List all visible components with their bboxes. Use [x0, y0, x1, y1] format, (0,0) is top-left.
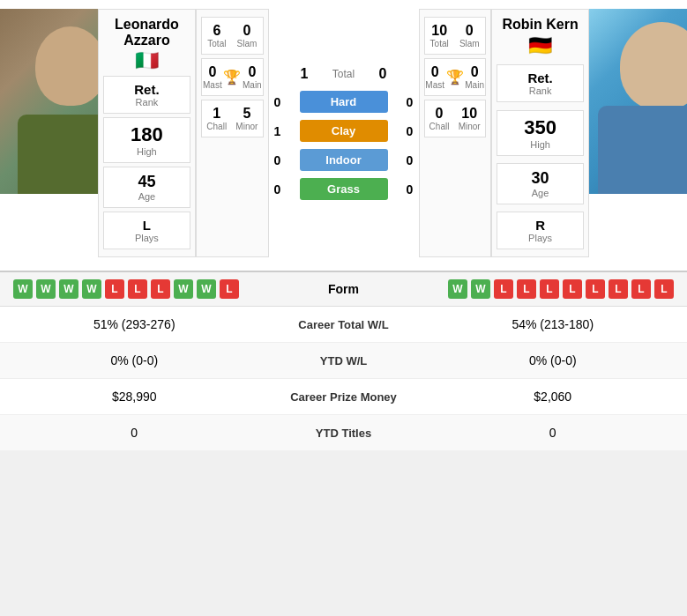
right-minor-val: 10 — [459, 106, 481, 122]
right-titles-panel: 10 Total 0 Slam 0 Mast 🏆 0 Main — [419, 9, 491, 257]
form-badge-l: L — [128, 279, 147, 299]
left-plays-label: Plays — [109, 233, 185, 243]
right-age-box: 30 Age — [497, 163, 585, 204]
left-chall-row: 1 Chall 5 Minor — [201, 100, 263, 137]
hard-left: 0 — [269, 95, 287, 109]
right-slam-label: Slam — [459, 39, 480, 48]
ytd-wl-label: YTD W/L — [256, 354, 432, 367]
left-chall-val: 1 — [206, 106, 227, 122]
left-high-box: 180 High — [103, 117, 191, 163]
left-rank-box: Ret. Rank — [103, 76, 191, 114]
top-section: Leonardo Azzaro 🇮🇹 Ret. Rank 180 High 45… — [0, 0, 687, 266]
form-badge-w: W — [448, 279, 467, 299]
left-stats-panel: Leonardo Azzaro 🇮🇹 Ret. Rank 180 High 45… — [98, 9, 197, 257]
total-right: 0 — [379, 66, 387, 82]
career-wl-label: Career Total W/L — [256, 318, 432, 331]
right-total-val: 10 — [430, 23, 449, 39]
form-badge-w: W — [82, 279, 101, 299]
left-age-box: 45 Age — [103, 167, 191, 208]
right-plays-label: Plays — [503, 233, 579, 243]
titles-label: YTD Titles — [256, 427, 432, 440]
form-badge-l: L — [540, 279, 559, 299]
left-slam-label: Slam — [237, 39, 258, 48]
form-badge-l: L — [494, 279, 513, 299]
left-main-val: 0 — [243, 64, 262, 80]
left-prize: $28,990 — [13, 390, 256, 404]
indoor-right: 0 — [401, 153, 419, 167]
ytd-wl-row: 0% (0-0) YTD W/L 0% (0-0) — [0, 343, 687, 379]
right-main-val: 0 — [465, 64, 484, 80]
right-high-label: High — [503, 139, 579, 150]
form-label: Form — [287, 282, 401, 296]
right-prize: $2,060 — [432, 390, 675, 404]
form-badge-l: L — [151, 279, 170, 299]
left-chall-label: Chall — [206, 122, 227, 131]
grass-right: 0 — [401, 182, 419, 197]
clay-right: 0 — [401, 124, 419, 138]
left-minor-val: 5 — [235, 106, 258, 122]
grass-score-row: 0 Grass 0 — [269, 178, 419, 200]
left-mast-val: 0 — [203, 64, 222, 80]
total-left: 1 — [301, 66, 309, 82]
indoor-score-row: 0 Indoor 0 — [269, 149, 419, 171]
main-container: Leonardo Azzaro 🇮🇹 Ret. Rank 180 High 45… — [0, 0, 687, 450]
stats-table: 51% (293-276) Career Total W/L 54% (213-… — [0, 307, 687, 450]
left-trophy-icon: 🏆 — [223, 69, 241, 85]
right-stats-panel: Robin Kern 🇩🇪 Ret. Rank 350 High 30 Age … — [491, 9, 590, 257]
right-player-name: Robin Kern — [497, 17, 585, 33]
form-badge-w: W — [174, 279, 193, 299]
form-badge-w: W — [36, 279, 56, 299]
left-high-val: 180 — [109, 123, 185, 146]
bottom-section: WWWWLLLWWL Form WWLLLLLLLL 51% (293-276)… — [0, 271, 687, 450]
grass-left: 0 — [269, 182, 287, 197]
right-career-wl: 54% (213-180) — [432, 317, 675, 331]
center-scores: 1 Total 0 0 Hard 0 1 Clay 0 0 Indoor 0 — [269, 9, 419, 257]
left-plays-val: L — [109, 218, 185, 233]
left-player-name: Leonardo Azzaro — [103, 17, 191, 48]
left-titles-panel: 6 Total 0 Slam 0 Mast 🏆 0 Main — [196, 9, 268, 257]
right-ytd-titles: 0 — [432, 426, 675, 440]
form-badge-l: L — [631, 279, 651, 299]
form-badge-l: L — [654, 279, 674, 299]
left-minor-label: Minor — [235, 122, 258, 131]
form-badge-w: W — [471, 279, 490, 299]
left-total-val: 6 — [207, 23, 226, 39]
right-mast-label: Mast — [425, 80, 444, 90]
form-badge-l: L — [563, 279, 582, 299]
left-ytd-wl: 0% (0-0) — [13, 353, 256, 367]
clay-btn: Clay — [300, 120, 388, 142]
indoor-left: 0 — [269, 153, 287, 167]
clay-left: 1 — [269, 124, 287, 138]
left-age-label: Age — [109, 191, 185, 202]
left-mast-label: Mast — [203, 80, 222, 90]
clay-score-row: 1 Clay 0 — [269, 120, 419, 142]
right-form: WWLLLLLLLL — [401, 279, 675, 299]
grass-btn: Grass — [300, 178, 388, 200]
left-total-label: Total — [207, 39, 226, 48]
form-badge-l: L — [517, 279, 536, 299]
right-total-label: Total — [430, 39, 449, 48]
form-row: WWWWLLLWWL Form WWLLLLLLLL — [0, 272, 687, 307]
form-badge-l: L — [609, 279, 628, 299]
prize-label: Career Prize Money — [256, 390, 432, 404]
right-total-row: 10 Total 0 Slam — [424, 17, 486, 55]
right-mast-val: 0 — [425, 64, 444, 80]
hard-score-row: 0 Hard 0 — [269, 91, 419, 113]
total-score-row: 1 Total 0 — [269, 66, 419, 82]
left-form: WWWWLLLWWL — [13, 279, 287, 299]
left-high-label: High — [109, 146, 185, 157]
form-badge-l: L — [220, 279, 239, 299]
right-plays-box: R Plays — [497, 212, 585, 249]
right-mast-row: 0 Mast 🏆 0 Main — [424, 58, 486, 96]
hard-right: 0 — [401, 95, 419, 109]
right-minor-label: Minor — [459, 122, 481, 131]
right-high-val: 350 — [503, 116, 579, 139]
titles-row: 0 YTD Titles 0 — [0, 415, 687, 450]
right-chall-label: Chall — [429, 122, 450, 131]
right-rank-box: Ret. Rank — [497, 64, 585, 102]
left-ytd-titles: 0 — [13, 426, 256, 440]
left-flag: 🇮🇹 — [103, 49, 191, 72]
right-player-photo — [589, 9, 687, 194]
left-mast-row: 0 Mast 🏆 0 Main — [201, 58, 263, 96]
form-badge-l: L — [586, 279, 605, 299]
